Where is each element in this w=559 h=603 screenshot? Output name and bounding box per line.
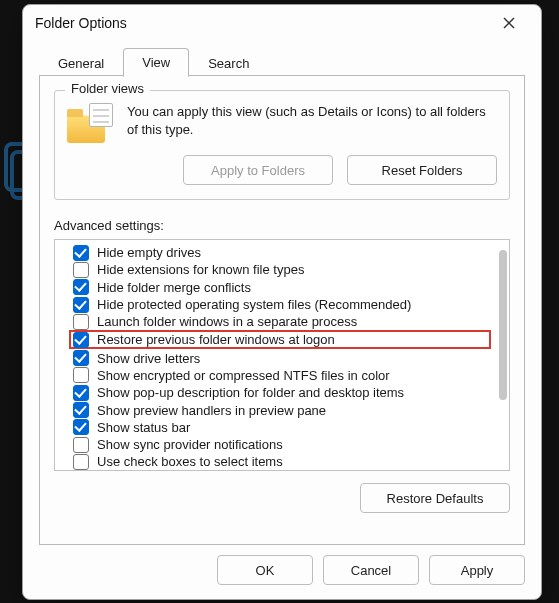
advanced-item-label: Show drive letters (97, 351, 200, 366)
folder-views-legend: Folder views (65, 81, 150, 96)
advanced-settings-list[interactable]: Hide empty drivesHide extensions for kno… (54, 239, 510, 471)
advanced-item[interactable]: Restore previous folder windows at logon (69, 330, 491, 349)
ok-button[interactable]: OK (217, 555, 313, 585)
reset-folders-button[interactable]: Reset Folders (347, 155, 497, 185)
checkbox[interactable] (73, 437, 89, 453)
apply-button[interactable]: Apply (429, 555, 525, 585)
folder-views-icon (67, 103, 113, 143)
checkbox[interactable] (73, 454, 89, 470)
advanced-item-label: Hide extensions for known file types (97, 262, 304, 277)
advanced-item[interactable]: Show drive letters (73, 349, 491, 366)
folder-views-group: Folder views You can apply this view (su… (54, 90, 510, 200)
tab-page-view: Folder views You can apply this view (su… (39, 76, 525, 545)
advanced-item[interactable]: Launch folder windows in a separate proc… (73, 313, 491, 330)
checkbox[interactable] (73, 367, 89, 383)
advanced-item[interactable]: Hide protected operating system files (R… (73, 296, 491, 313)
dialog-buttons: OK Cancel Apply (23, 555, 541, 599)
advanced-item[interactable]: Hide folder merge conflicts (73, 279, 491, 296)
advanced-item[interactable]: Show encrypted or compressed NTFS files … (73, 367, 491, 384)
tabstrip: General View Search (23, 47, 541, 76)
advanced-item-label: Show pop-up description for folder and d… (97, 385, 404, 400)
advanced-item-label: Restore previous folder windows at logon (97, 332, 335, 347)
scrollbar[interactable] (499, 242, 507, 468)
checkbox[interactable] (73, 385, 89, 401)
apply-to-folders-button[interactable]: Apply to Folders (183, 155, 333, 185)
advanced-item-label: Show sync provider notifications (97, 437, 283, 452)
tab-view[interactable]: View (123, 48, 189, 77)
checkbox[interactable] (73, 245, 89, 261)
checkbox[interactable] (73, 402, 89, 418)
restore-defaults-button[interactable]: Restore Defaults (360, 483, 510, 513)
advanced-item[interactable]: Show preview handlers in preview pane (73, 401, 491, 418)
advanced-item[interactable]: Show status bar (73, 419, 491, 436)
checkbox[interactable] (73, 314, 89, 330)
close-icon (503, 17, 515, 29)
folder-options-dialog: Folder Options General View Search Folde… (22, 4, 542, 600)
checkbox[interactable] (73, 419, 89, 435)
scrollbar-thumb[interactable] (499, 250, 507, 400)
close-button[interactable] (489, 9, 529, 37)
advanced-item-label: Hide protected operating system files (R… (97, 297, 411, 312)
advanced-item[interactable]: Show pop-up description for folder and d… (73, 384, 491, 401)
tab-general[interactable]: General (39, 49, 123, 77)
advanced-item-label: Show status bar (97, 420, 190, 435)
advanced-item-label: Show encrypted or compressed NTFS files … (97, 368, 390, 383)
titlebar: Folder Options (23, 5, 541, 41)
advanced-item[interactable]: Show sync provider notifications (73, 436, 491, 453)
checkbox[interactable] (73, 297, 89, 313)
checkbox[interactable] (73, 262, 89, 278)
advanced-item-label: Use check boxes to select items (97, 454, 283, 469)
advanced-item[interactable]: Hide extensions for known file types (73, 261, 491, 278)
advanced-item-label: Hide empty drives (97, 245, 201, 260)
advanced-settings-label: Advanced settings: (54, 218, 510, 233)
checkbox[interactable] (73, 279, 89, 295)
advanced-item[interactable]: Hide empty drives (73, 244, 491, 261)
advanced-item-label: Hide folder merge conflicts (97, 280, 251, 295)
window-title: Folder Options (35, 15, 127, 31)
folder-views-description: You can apply this view (such as Details… (127, 103, 497, 138)
checkbox[interactable] (73, 332, 89, 348)
advanced-item[interactable]: Use check boxes to select items (73, 453, 491, 470)
advanced-item-label: Launch folder windows in a separate proc… (97, 314, 357, 329)
advanced-item-label: Show preview handlers in preview pane (97, 403, 326, 418)
tab-search[interactable]: Search (189, 49, 268, 77)
cancel-button[interactable]: Cancel (323, 555, 419, 585)
checkbox[interactable] (73, 350, 89, 366)
